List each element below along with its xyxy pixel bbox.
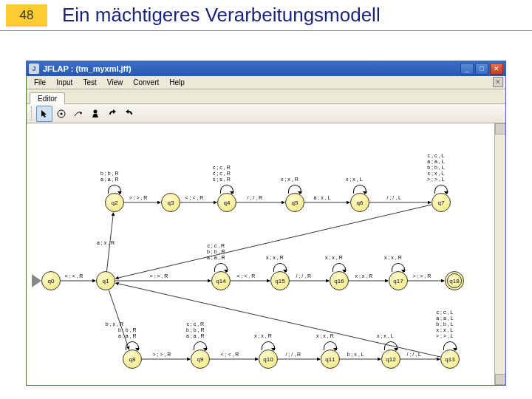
- tab-editor[interactable]: Editor: [30, 92, 65, 104]
- self-loop-q15: [273, 263, 287, 272]
- slide-header: 48 Ein mächtigeres Verarbeitungsmodell: [0, 0, 532, 31]
- self-loop-label-q8: b ; b , R a ; a , R: [118, 327, 137, 339]
- edge-label-q2-q3: > ; > , R: [129, 195, 148, 201]
- menu-input[interactable]: Input: [52, 78, 77, 87]
- self-loop-q5: [288, 185, 301, 194]
- state-q16[interactable]: q16: [330, 271, 349, 290]
- state-q17[interactable]: q17: [389, 271, 408, 290]
- state-q13[interactable]: q13: [440, 349, 460, 369]
- self-loop-label-q9: c ; c , R b ; b , R a ; a , R: [186, 321, 205, 339]
- self-loop-label-q15: x ; x , R: [266, 255, 284, 261]
- edge-label-q16-q17: x ; x , R: [355, 273, 373, 279]
- self-loop-q9: [194, 341, 207, 350]
- tool-state[interactable]: [53, 106, 69, 122]
- state-q6[interactable]: q6: [350, 193, 369, 212]
- edge-label-q9-q10: < ; < , R: [221, 352, 239, 358]
- app-icon: J: [29, 64, 39, 74]
- tabbar: Editor: [27, 89, 505, 104]
- menu-help[interactable]: Help: [165, 78, 189, 87]
- state-q18[interactable]: q18: [445, 271, 464, 290]
- tool-edge[interactable]: [70, 106, 86, 122]
- self-loop-q6: [353, 185, 366, 194]
- state-q5[interactable]: q5: [285, 193, 304, 212]
- slide-title: Ein mächtigeres Verarbeitungsmodell: [62, 4, 381, 27]
- titlebar-text: JFLAP : (tm_myxml.jff): [43, 64, 460, 73]
- menu-file[interactable]: File: [30, 78, 50, 87]
- tool-redo[interactable]: [121, 106, 137, 122]
- edge-label-q4-q5: / ; / , R: [248, 195, 263, 201]
- state-q11[interactable]: q11: [321, 349, 340, 369]
- edge-label-q11-q12: b ; x , L: [347, 352, 364, 358]
- automaton-canvas[interactable]: q2q3q4q5q6q7q0q1q14q15q16q17q18q8q9q10q1…: [27, 123, 494, 385]
- edge-label-q8-q9: > ; > , R: [153, 352, 171, 358]
- state-q2[interactable]: q2: [105, 193, 124, 212]
- start-marker: [32, 274, 41, 287]
- self-loop-q7: [434, 185, 448, 194]
- self-loop-label-q4: c ; c , R c ; c , R s ; s , R: [213, 165, 231, 183]
- self-loop-q8: [126, 341, 139, 350]
- self-loop-q10: [262, 341, 275, 350]
- self-loop-label-q14: c ; c , R b ; b , R a ; a , R: [207, 243, 225, 261]
- self-loop-label-q16: x ; x , R: [325, 255, 343, 261]
- self-loop-q14: [214, 263, 228, 272]
- self-loop-label-q13: c ; c , L a ; a , L b ; b , L x ; x , L …: [436, 310, 454, 339]
- tool-pointer[interactable]: [36, 106, 52, 122]
- inner-close-button[interactable]: ✕: [493, 77, 503, 87]
- vertical-scrollbar[interactable]: [494, 123, 505, 385]
- toolbar: [27, 104, 505, 123]
- self-loop-label-q2: b ; b , R a ; a , R: [100, 171, 119, 183]
- self-loop-label-q10: x ; x , R: [254, 333, 272, 339]
- self-loop-q12: [384, 341, 398, 350]
- maximize-button[interactable]: □: [475, 63, 488, 75]
- state-q14[interactable]: q14: [211, 271, 231, 290]
- edge-label-q1-q8: b ; x , R: [106, 321, 123, 327]
- self-loop-q16: [332, 263, 346, 272]
- menu-test[interactable]: Test: [78, 78, 100, 87]
- edge-label-q3-q4: < ; < , R: [185, 195, 204, 201]
- self-loop-label-q17: x ; x , R: [384, 255, 402, 261]
- self-loop-label-q7: c ; c , L a ; a , L b ; b , L x ; x , L …: [427, 153, 445, 183]
- svg-line-5: [109, 290, 129, 349]
- menubar: File Input Test View Convert Help ✕: [27, 76, 505, 89]
- menu-view[interactable]: View: [103, 78, 128, 87]
- svg-point-2: [94, 109, 98, 113]
- edge-label-q5-q6: a ; x , L: [314, 195, 331, 201]
- edges-layer: [27, 123, 494, 385]
- edge-label-q17-q18: > ; > , R: [413, 273, 432, 279]
- self-loop-q4: [220, 185, 233, 194]
- tool-delete[interactable]: [87, 106, 103, 122]
- self-loop-label-q11: x ; x , R: [316, 333, 334, 339]
- state-q8[interactable]: q8: [123, 349, 142, 369]
- edge-label-q10-q11: / ; / , R: [286, 352, 301, 358]
- edge-label-q15-q16: / ; / , R: [296, 273, 312, 279]
- self-loop-q11: [324, 341, 337, 350]
- edge-label-q0-q1: < ; < , R: [65, 273, 83, 279]
- state-q10[interactable]: q10: [259, 349, 278, 369]
- state-q7[interactable]: q7: [432, 193, 451, 212]
- canvas-area: q2q3q4q5q6q7q0q1q14q15q16q17q18q8q9q10q1…: [27, 123, 505, 385]
- state-q0[interactable]: q0: [41, 271, 61, 290]
- menu-convert[interactable]: Convert: [129, 78, 163, 87]
- state-q1[interactable]: q1: [96, 271, 115, 290]
- edge-label-q14-q15: < ; < , R: [237, 273, 256, 279]
- self-loop-q2: [108, 185, 121, 194]
- edge-label-q12-q13: / ; / , L: [407, 352, 421, 358]
- close-button[interactable]: ✕: [490, 63, 503, 75]
- self-loop-label-q6: x ; x , L: [346, 177, 363, 183]
- self-loop-q13: [443, 341, 457, 350]
- state-q4[interactable]: q4: [217, 193, 236, 212]
- edge-label-q6-q7: / ; / , L: [387, 195, 401, 201]
- state-q12[interactable]: q12: [381, 349, 400, 369]
- svg-point-1: [61, 112, 63, 115]
- self-loop-q17: [392, 263, 405, 272]
- state-q3[interactable]: q3: [161, 193, 180, 212]
- tool-undo[interactable]: [104, 106, 120, 122]
- self-loop-label-q12: x ; x , L: [377, 333, 394, 339]
- state-q15[interactable]: q15: [270, 271, 290, 290]
- minimize-button[interactable]: _: [460, 63, 474, 75]
- state-q9[interactable]: q9: [191, 349, 210, 369]
- edge-label-q1-q14: > ; > , R: [150, 273, 168, 279]
- toolbar-grip: [31, 106, 34, 121]
- titlebar[interactable]: J JFLAP : (tm_myxml.jff) _ □ ✕: [27, 61, 505, 76]
- edge-label-q1-q2: a ; x , R: [97, 240, 115, 246]
